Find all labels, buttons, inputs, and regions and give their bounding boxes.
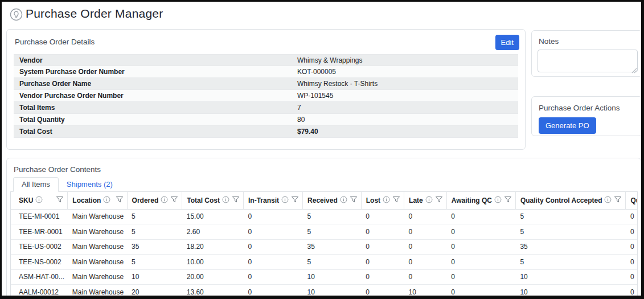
table-cell: TEE-MR-0001 [11,224,68,240]
table-cell: 10 [404,285,447,299]
table-cell: Main Warehouse [68,255,127,270]
detail-value: WP-101545 [297,90,333,102]
table-cell: TEE-NS-0002 [11,255,68,270]
tab-shipments[interactable]: Shipments (2) [59,178,121,191]
table-cell: 0 [361,209,404,224]
purchase-order-details-card: Purchase Order Details Edit VendorWhimsy… [6,29,526,150]
table-cell: 0 [404,224,447,240]
table-cell: 0 [244,285,303,299]
table-cell: 10 [515,269,626,285]
detail-value: 7 [297,102,301,114]
column-header-label: Quality Co [630,196,638,204]
filter-funnel-icon[interactable] [350,196,358,205]
contents-title: Purchase Order Contents [14,165,101,174]
table-cell: 10 [303,269,362,285]
table-cell: Main Warehouse [68,239,127,255]
info-icon[interactable] [425,196,433,205]
table-header-row: SKULocationOrderedTotal CostIn-TransitRe… [11,192,638,209]
table-cell: 0 [244,239,303,255]
table-cell: 0 [404,239,447,255]
filter-funnel-icon[interactable] [232,196,240,205]
detail-row: VendorWhimsy & Wrappings [14,54,518,66]
table-row[interactable]: TEE-MR-0001Main Warehouse52.600500050 [11,224,638,240]
table-cell: 0 [446,285,515,299]
table-cell: TEE-MI-0001 [11,209,68,224]
table-cell: 0 [361,285,404,299]
column-header: Total Cost [182,192,244,209]
column-header-label: In-Transit [248,196,279,204]
info-icon[interactable] [161,196,168,205]
detail-label: Purchase Order Name [19,78,91,90]
table-cell: 15.00 [182,209,244,224]
filter-funnel-icon[interactable] [56,196,64,205]
detail-row: Total Items7 [14,102,518,114]
table-row[interactable]: ASM-HAT-00...Main Warehouse1020.00010000… [11,269,638,285]
detail-value: $79.40 [297,126,318,138]
table-cell: 10 [303,285,362,299]
column-header-label: SKU [19,196,33,204]
table-cell: 0 [404,209,447,224]
column-header-label: Late [409,196,423,204]
column-header-label: Lost [366,196,380,204]
detail-label: Total Items [19,102,55,114]
table-cell: 35 [127,239,182,255]
detail-value: Whimsy Restock - T-Shirts [297,78,378,90]
table-cell: 2.60 [182,224,244,240]
table-cell: 35 [515,239,626,255]
info-icon[interactable] [604,196,612,205]
column-header-label: Location [72,196,101,204]
table-cell: 10 [515,285,626,299]
column-header-label: Received [307,196,338,204]
filter-funnel-icon[interactable] [504,196,512,205]
table-cell: Main Warehouse [68,224,127,240]
notes-card: Notes [531,30,642,77]
info-icon[interactable] [35,196,43,205]
table-row[interactable]: TEE-NS-0002Main Warehouse510.000500050 [11,255,638,270]
table-cell: 0 [626,209,638,224]
column-header: SKU [11,192,68,209]
filter-funnel-icon[interactable] [170,196,178,205]
table-cell: 0 [626,255,638,270]
table-cell: 0 [446,269,515,285]
column-header-label: Quality Control Accepted [520,196,602,204]
generate-po-button[interactable]: Generate PO [539,117,596,134]
notes-input[interactable] [538,50,638,72]
title-bar: Purchase Order Manager [2,2,641,28]
table-cell: 0 [244,224,303,240]
table-cell: 5 [303,224,362,240]
table-row[interactable]: TEE-MI-0001Main Warehouse515.000500050 [11,209,638,224]
detail-row: Total Quantity80 [14,114,518,126]
table-row[interactable]: AALM-00012Main Warehouse2013.60010010010… [11,285,638,299]
contents-tab-bar: All ItemsShipments (2) [13,177,637,191]
filter-funnel-icon[interactable] [435,196,443,205]
info-icon[interactable] [222,196,229,205]
table-cell: 10 [127,269,182,285]
table-cell: 0 [446,224,515,240]
column-header: Awaiting QC [446,192,515,209]
table-cell: 5 [303,209,362,224]
filter-funnel-icon[interactable] [116,196,124,205]
filter-funnel-icon[interactable] [291,196,299,205]
info-icon[interactable] [383,196,390,205]
filter-funnel-icon[interactable] [392,196,400,205]
page-title: Purchase Order Manager [26,7,163,21]
detail-value: KOT-000005 [297,66,336,78]
detail-label: System Purchase Order Number [19,66,125,78]
edit-button[interactable]: Edit [495,35,519,50]
column-header: In-Transit [244,192,303,209]
filter-funnel-icon[interactable] [614,196,622,205]
detail-row: Vendor Purchase Order NumberWP-101545 [14,90,518,102]
info-icon[interactable] [281,196,289,205]
detail-row: System Purchase Order NumberKOT-000005 [14,66,518,78]
detail-label: Vendor [19,55,43,67]
info-icon[interactable] [103,196,110,205]
tab-all-items[interactable]: All Items [13,177,59,192]
info-icon[interactable] [494,196,502,205]
detail-label: Total Cost [19,126,52,138]
lightbulb-circle-icon [10,8,23,23]
column-header-label: Total Cost [187,196,220,204]
info-icon[interactable] [340,196,347,205]
notes-title: Notes [539,37,559,46]
items-table-container: SKULocationOrderedTotal CostIn-TransitRe… [10,191,638,299]
table-row[interactable]: TEE-US-0002Main Warehouse3518.2003500035… [11,239,638,255]
